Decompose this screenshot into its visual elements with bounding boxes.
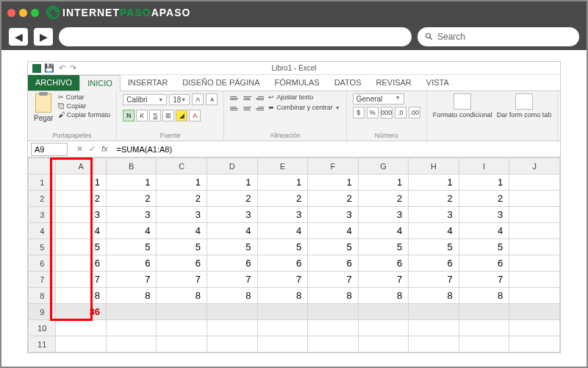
cancel-formula-icon[interactable]: ✕ (76, 144, 83, 154)
cell-A6[interactable]: 6 (56, 255, 107, 272)
tab-formulas[interactable]: FÓRMULAS (268, 75, 327, 91)
copy-button[interactable]: ⿻ Copiar (58, 102, 111, 110)
row-header-2[interactable]: 2 (29, 191, 56, 207)
cell-D1[interactable]: 1 (207, 174, 258, 191)
cell-C5[interactable]: 5 (157, 239, 207, 255)
cell-I6[interactable]: 6 (459, 255, 509, 272)
tab-data[interactable]: DATOS (327, 75, 369, 91)
col-header-I[interactable]: I (459, 158, 509, 174)
tab-review[interactable]: REVISAR (369, 75, 419, 91)
cell-J5[interactable] (509, 239, 560, 255)
cell-H11[interactable] (409, 336, 459, 353)
cell-E6[interactable]: 6 (257, 255, 308, 272)
cell-F10[interactable] (308, 320, 359, 336)
cell-J4[interactable] (509, 223, 560, 239)
cell-I10[interactable] (459, 320, 509, 336)
cell-I9[interactable] (459, 304, 509, 320)
qat-undo-icon[interactable]: ↶ (59, 63, 65, 73)
cell-D11[interactable] (207, 336, 258, 353)
cell-F1[interactable]: 1 (308, 174, 359, 191)
tab-insert[interactable]: INSERTAR (121, 75, 176, 91)
wrap-text-button[interactable]: ↩ Ajustar texto (268, 93, 340, 101)
cell-J8[interactable] (509, 288, 560, 304)
cell-F4[interactable]: 4 (308, 223, 359, 239)
select-all-corner[interactable] (29, 158, 56, 174)
cell-C10[interactable] (157, 320, 207, 336)
col-header-G[interactable]: G (358, 158, 409, 174)
cell-F6[interactable]: 6 (308, 255, 359, 272)
spreadsheet-grid[interactable]: ABCDEFGHIJ111111111122222222223333333333… (28, 158, 560, 353)
cut-button[interactable]: ✂ Cortar (58, 93, 111, 101)
cell-H4[interactable]: 4 (409, 223, 459, 239)
cell-G4[interactable]: 4 (358, 223, 409, 239)
cell-H5[interactable]: 5 (409, 239, 459, 255)
cell-J1[interactable] (509, 174, 560, 191)
forward-button[interactable]: ▶ (34, 28, 53, 46)
currency-button[interactable]: $ (353, 107, 365, 118)
cell-H6[interactable]: 6 (409, 255, 459, 272)
cell-I8[interactable]: 8 (459, 288, 509, 304)
cell-B8[interactable]: 8 (106, 288, 157, 304)
cell-B6[interactable]: 6 (106, 255, 157, 272)
row-header-6[interactable]: 6 (29, 255, 56, 272)
close-dot[interactable] (7, 9, 15, 17)
tab-view[interactable]: VISTA (419, 75, 456, 91)
fill-color-button[interactable]: ◢ (176, 110, 187, 121)
cell-I7[interactable]: 7 (459, 272, 509, 288)
cell-H8[interactable]: 8 (409, 288, 459, 304)
bold-button[interactable]: N (123, 110, 135, 121)
format-painter-button[interactable]: 🖌 Copiar formato (58, 111, 111, 118)
qat-save-icon[interactable]: 💾 (44, 63, 54, 73)
comma-button[interactable]: 000 (381, 107, 392, 118)
cell-E9[interactable] (257, 304, 308, 320)
row-header-3[interactable]: 3 (29, 207, 56, 223)
col-header-C[interactable]: C (157, 158, 207, 174)
cell-F5[interactable]: 5 (308, 239, 359, 255)
cell-B11[interactable] (106, 336, 157, 353)
font-size-select[interactable]: 18▼ (169, 94, 190, 105)
cell-D2[interactable]: 2 (207, 191, 258, 207)
cell-B3[interactable]: 3 (106, 207, 157, 223)
cell-B9[interactable] (106, 304, 157, 320)
border-button[interactable]: ⊞ (162, 110, 174, 121)
col-header-D[interactable]: D (207, 158, 258, 174)
cell-B5[interactable]: 5 (106, 239, 157, 255)
cell-H1[interactable]: 1 (409, 174, 459, 191)
cell-I11[interactable] (459, 336, 509, 353)
cell-A4[interactable]: 4 (56, 223, 107, 239)
cell-A10[interactable] (56, 320, 107, 336)
cell-D3[interactable]: 3 (207, 207, 258, 223)
tab-home[interactable]: INICIO (79, 75, 121, 91)
formula-input[interactable] (114, 144, 560, 155)
cell-A7[interactable]: 7 (56, 272, 107, 288)
conditional-format-button[interactable]: Formato condicional (433, 93, 492, 118)
cell-C2[interactable]: 2 (157, 191, 207, 207)
cell-B4[interactable]: 4 (106, 223, 157, 239)
cell-J3[interactable] (509, 207, 560, 223)
cell-A2[interactable]: 2 (56, 191, 107, 207)
cell-A3[interactable]: 3 (56, 207, 107, 223)
cell-G6[interactable]: 6 (358, 255, 409, 272)
font-name-select[interactable]: Calibri▼ (123, 94, 167, 105)
row-header-7[interactable]: 7 (29, 272, 56, 288)
percent-button[interactable]: % (367, 107, 379, 118)
row-header-1[interactable]: 1 (29, 174, 56, 191)
cell-E7[interactable]: 7 (257, 272, 308, 288)
cell-I1[interactable]: 1 (459, 174, 509, 191)
cell-E11[interactable] (257, 336, 308, 353)
qat-redo-icon[interactable]: ↷ (70, 63, 76, 73)
col-header-J[interactable]: J (509, 158, 560, 174)
cell-D10[interactable] (207, 320, 258, 336)
cell-C1[interactable]: 1 (157, 174, 207, 191)
cell-G8[interactable]: 8 (358, 288, 409, 304)
cell-B7[interactable]: 7 (106, 272, 157, 288)
cell-E3[interactable]: 3 (257, 207, 308, 223)
cell-D4[interactable]: 4 (207, 223, 258, 239)
row-header-11[interactable]: 11 (29, 336, 56, 353)
cell-C8[interactable]: 8 (157, 288, 207, 304)
cell-I3[interactable]: 3 (459, 207, 509, 223)
underline-button[interactable]: S (149, 110, 161, 121)
cell-D8[interactable]: 8 (207, 288, 258, 304)
cell-H10[interactable] (409, 320, 459, 336)
cell-C9[interactable] (157, 304, 207, 320)
